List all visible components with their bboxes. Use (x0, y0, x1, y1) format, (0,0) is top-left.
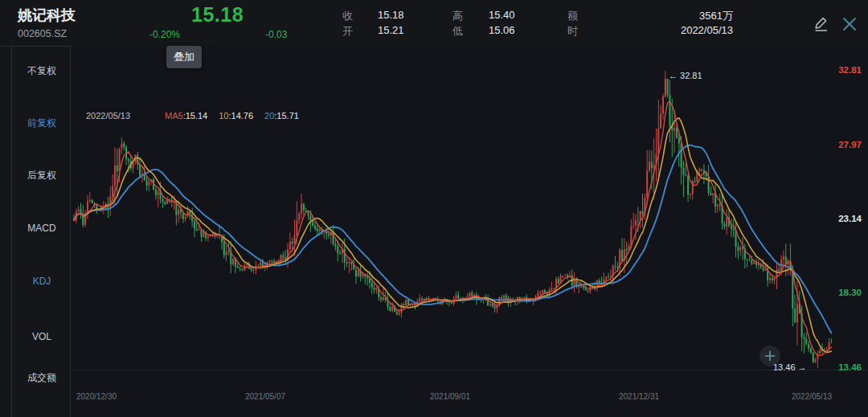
stat-label: 开 (342, 24, 353, 39)
stat-label: 收 (342, 9, 353, 23)
price-axis-label: 32.81 (838, 65, 862, 75)
kline-chart-area[interactable]: 2022/05/13 MA5:15.1410:14.7620:15.71 叠加 … (71, 46, 868, 417)
sidebar-item-VOL[interactable]: VOL (12, 329, 72, 344)
price-axis-label: 23.14 (838, 214, 862, 223)
stat-label: 低 (452, 24, 463, 39)
close-x-icon[interactable] (841, 15, 858, 33)
sidebar-item-前复权[interactable]: 前复权 (12, 116, 72, 130)
stat-label: 高 (452, 9, 463, 23)
cursor-date-label: 2022/05/13 (86, 111, 130, 121)
price-axis-label: 27.97 (838, 140, 862, 149)
low-annotation: 13.46 → (773, 362, 807, 372)
overlay-button[interactable]: 叠加 (166, 46, 202, 68)
candlestick-chart[interactable] (71, 46, 868, 417)
stock-chart-window: { "header": { "stock_name": "姚记科技", "sto… (0, 0, 868, 417)
ma-legend-item: MA5:15.14 (165, 111, 207, 121)
date-axis-label: 2021/05/07 (245, 392, 285, 401)
ma-legend-item: 10:14.76 (219, 111, 253, 121)
adjustment-indicator-sidebar: 不复权前复权后复权MACDKDJVOL成交额 (11, 46, 71, 417)
date-axis-label: 2021/12/31 (619, 392, 659, 401)
stat-label: 时 (567, 24, 578, 39)
plot-bottom-axis (71, 370, 868, 370)
stat-value: 15.18 (378, 9, 404, 21)
sidebar-item-KDJ[interactable]: KDJ (12, 274, 72, 288)
stat-value: 15.06 (489, 24, 515, 36)
ma-legend: MA5:15.1410:14.7620:15.71 (165, 111, 310, 121)
ma-legend-item: 20:15.71 (264, 111, 299, 121)
peak-annotation: ← 32.81 (669, 71, 702, 80)
price-axis-label: 13.46 (838, 362, 862, 372)
date-axis-label: 2021/09/01 (430, 392, 470, 401)
stock-name: 姚记科技 (18, 6, 76, 25)
pencil-icon[interactable] (812, 14, 831, 33)
stat-value: 3561万 (603, 9, 733, 23)
sidebar-item-后复权[interactable]: 后复权 (12, 168, 72, 182)
sidebar-item-不复权[interactable]: 不复权 (12, 63, 72, 78)
price-axis-label: 18.30 (838, 288, 862, 297)
sidebar-item-成交额[interactable]: 成交额 (12, 370, 72, 385)
date-axis-label: 2020/12/30 (76, 392, 117, 401)
stat-value: 2022/05/13 (603, 24, 733, 36)
plus-icon[interactable] (760, 345, 780, 366)
stat-value: 15.40 (489, 9, 515, 21)
header-bar: 姚记科技 002605.SZ 15.18 -0.20% -0.03 收15.18… (0, 0, 868, 47)
change-percent: -0.20% (149, 29, 180, 40)
sidebar-item-MACD[interactable]: MACD (12, 221, 72, 235)
change-value: -0.03 (265, 29, 287, 40)
stock-code: 002605.SZ (18, 28, 67, 39)
current-price: 15.18 (191, 3, 244, 27)
date-axis-label: 2022/05/13 (792, 392, 832, 401)
stat-value: 15.21 (378, 24, 404, 36)
stat-label: 额 (567, 9, 578, 23)
